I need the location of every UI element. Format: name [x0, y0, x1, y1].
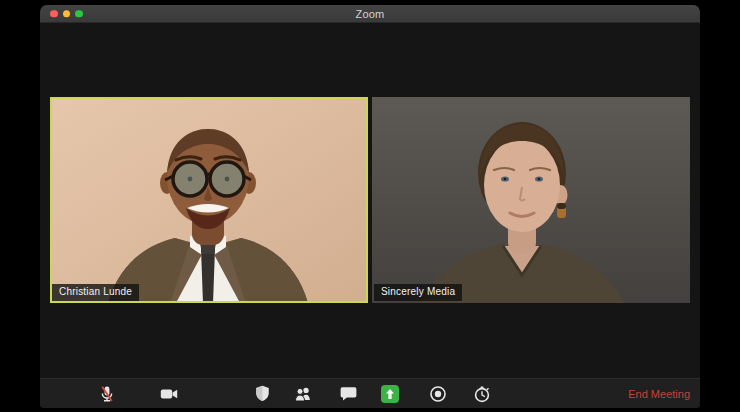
participants-icon [293, 384, 313, 404]
chat-button[interactable] [335, 381, 361, 407]
meeting-toolbar: End Meeting [40, 378, 700, 408]
minimize-button[interactable] [63, 10, 71, 18]
security-button[interactable] [249, 381, 275, 407]
fullscreen-button[interactable] [75, 10, 83, 18]
participants-button[interactable] [290, 381, 316, 407]
window-title: Zoom [356, 8, 385, 20]
chat-icon [339, 384, 358, 403]
portrait-woman [372, 97, 690, 303]
timer-icon [472, 384, 492, 404]
microphone-muted-icon [97, 384, 117, 404]
participant-name-label: Christian Lunde [52, 284, 139, 301]
desktop-background: { "window": { "title": "Zoom" }, "tiles"… [0, 0, 740, 412]
video-tile-sincerely-media[interactable]: Sincerely Media [372, 97, 690, 303]
zoom-window: Zoom [40, 5, 700, 408]
share-screen-icon [381, 385, 399, 403]
end-meeting-button[interactable]: End Meeting [628, 388, 690, 400]
record-icon [428, 384, 448, 404]
portrait-man-smiling [50, 97, 368, 303]
security-shield-icon [253, 384, 272, 403]
record-button[interactable] [425, 381, 451, 407]
timer-button[interactable] [469, 381, 495, 407]
participant-name-label: Sincerely Media [374, 284, 462, 301]
stop-video-button[interactable] [156, 381, 182, 407]
titlebar[interactable]: Zoom [40, 5, 700, 23]
video-tile-christian-lunde[interactable]: Christian Lunde [50, 97, 368, 303]
mute-button[interactable] [94, 381, 120, 407]
video-camera-icon [159, 384, 179, 404]
video-grid: Christian Lunde [50, 97, 690, 303]
share-screen-button[interactable] [377, 381, 403, 407]
traffic-lights [50, 10, 83, 18]
close-button[interactable] [50, 10, 58, 18]
